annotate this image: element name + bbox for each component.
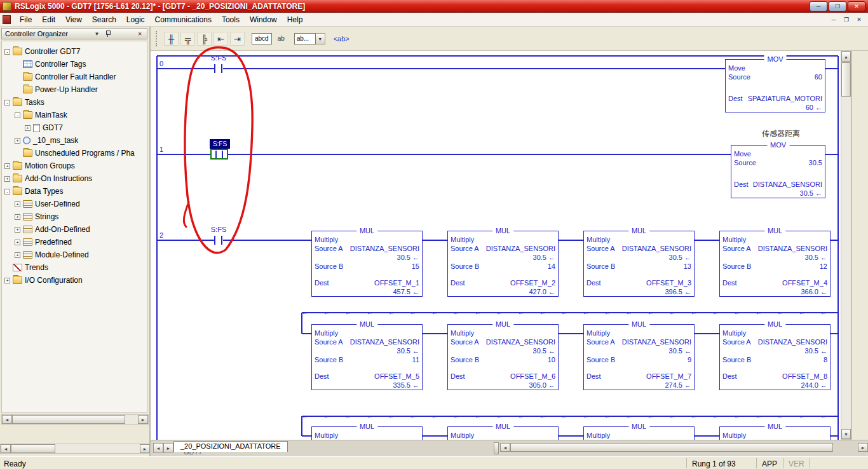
mul-block[interactable]: MULMultiplySource ADISTANZA_SENSORI30.5 … [583,324,695,390]
mul-block[interactable]: MULMultiplySource ADISTANZA_SENSORI30.5 … [719,324,831,390]
tree-item-data-types[interactable]: -Data Types [2,185,147,198]
tree-item-trends[interactable]: Trends [2,261,147,274]
tree-item-user-defined[interactable]: +User-Defined [2,198,147,210]
menu-logic[interactable]: Logic [121,13,150,26]
tree-expander[interactable]: - [4,189,10,194]
source-a-tag[interactable]: DISTANZA_SENSORI [758,244,827,253]
tree-expander[interactable]: + [15,240,20,245]
scrollbar-thumb[interactable] [841,62,851,97]
dest-tag[interactable]: OFFSET_M_5 [374,372,419,381]
mul-block[interactable]: MULMultiplySource ADISTANZA_SENSORI30.5 … [583,231,695,297]
xic-contact[interactable] [222,151,223,158]
source-a-tag[interactable]: DISTANZA_SENSORI [350,244,419,253]
scroll-down-icon[interactable]: ▼ [841,429,851,439]
branch-level-icon[interactable]: ╠ [197,32,212,46]
organizer-h-scrollbar[interactable]: ◄ ► [1,414,149,425]
scrollbar-thumb[interactable] [11,444,55,453]
child-minimize-button[interactable]: ─ [827,15,840,25]
source-b-value[interactable]: 10 [548,355,555,364]
rung-number[interactable]: 0 [159,60,163,67]
tree-item-module-defined[interactable]: +Module-Defined [2,248,147,261]
selected-contact-tag[interactable]: S:FS [210,139,230,149]
xic-contact[interactable] [221,64,222,73]
tree-item-tasks[interactable]: -Tasks [2,96,147,109]
mov-block[interactable]: MOV Move Source 30.5 Dest DISTANZA_SENSO… [731,145,825,198]
ladder-editor[interactable]: 0 1 2 S:FS S:FS S:FS MOV Move Source 60 … [151,51,841,440]
mul-block[interactable]: MULMultiplySource ADISTANZA_SENSORI30.5 … [311,231,423,297]
tree-item-controller-tags[interactable]: Controller Tags [2,58,147,71]
tag-browse-button[interactable]: <ab> [334,35,349,43]
tree-expander[interactable]: - [4,100,10,105]
dest-tag[interactable]: OFFSET_M_4 [782,278,827,287]
source-a-tag[interactable]: DISTANZA_SENSORI [622,337,691,346]
menu-view[interactable]: View [60,13,87,26]
ascii-text-icon[interactable]: ab [274,32,288,46]
new-rung-icon[interactable]: ╫ [164,32,179,46]
tab-20-posizioni-adattatore[interactable]: _20_POSIZIONI_ADATTATORE [173,441,288,452]
toolbar-drag-handle[interactable] [156,31,158,46]
panel-close-icon[interactable]: ✕ [136,31,144,37]
contact-tag-label[interactable]: S:FS [200,226,238,233]
scroll-up-icon[interactable]: ▲ [841,51,851,62]
tree-item-motion-groups[interactable]: +Motion Groups [2,160,147,172]
mul-block[interactable]: MULMultiply [311,426,423,440]
edit-cursor-box[interactable] [210,149,228,160]
export-rung-icon[interactable]: ⇥ [230,32,245,46]
dest-tag[interactable]: OFFSET_M_3 [646,278,691,287]
rung-number[interactable]: 2 [159,231,163,239]
scroll-right-icon[interactable]: ► [140,444,150,453]
scroll-left-icon[interactable]: ◄ [500,443,510,452]
dest-tag[interactable]: DISTANZA_SENSORI [753,180,822,189]
xic-contact[interactable] [215,151,217,158]
tree-item-strings[interactable]: +Strings [2,210,147,223]
tree-expander[interactable]: + [15,227,20,233]
tree-item-controller-gdt7[interactable]: -Controller GDT7 [2,45,147,58]
scrollbar-thumb[interactable] [510,443,833,452]
mul-block[interactable]: MULMultiply [719,426,831,440]
dest-tag[interactable]: OFFSET_M_8 [782,372,827,381]
rung-comment[interactable]: 传感器距离 [740,128,822,139]
mul-block[interactable]: MULMultiplySource ADISTANZA_SENSORI30.5 … [447,231,559,297]
source-a-tag[interactable]: DISTANZA_SENSORI [622,244,691,253]
scroll-right-icon[interactable]: ► [858,443,868,452]
source-b-value[interactable]: 15 [412,262,419,271]
tree-item-10-ms-task[interactable]: +_10_ms_task [2,134,147,147]
dest-tag[interactable]: OFFSET_M_2 [510,278,555,287]
menu-tools[interactable]: Tools [217,13,245,26]
tab-scroll-splitter[interactable] [494,442,499,454]
source-a-tag[interactable]: DISTANZA_SENSORI [486,244,555,253]
contact-tag-label[interactable]: S:FS [200,54,238,62]
tree-item-power-up-handler[interactable]: Power-Up Handler [2,83,147,96]
tab-scroll-right-icon[interactable]: ► [163,443,173,453]
source-b-value[interactable]: 9 [688,355,691,364]
mul-block[interactable]: MULMultiply [447,426,559,440]
source-value[interactable]: 30.5 [809,158,822,167]
tree-expander[interactable]: + [15,252,20,258]
dest-tag[interactable]: OFFSET_M_6 [510,372,555,381]
menu-search[interactable]: Search [87,13,121,26]
mul-block[interactable]: MULMultiplySource ADISTANZA_SENSORI30.5 … [311,324,423,390]
close-button[interactable]: ✕ [848,1,865,11]
xic-contact[interactable] [214,236,215,245]
tree-expander[interactable]: + [15,201,20,207]
source-b-value[interactable]: 14 [548,262,555,271]
tree-expander[interactable]: + [15,138,20,144]
tab-scroll-left-icon[interactable]: ◄ [153,443,163,453]
minimize-button[interactable]: ─ [810,1,827,11]
docked-h-scrollbar[interactable]: ◄ ► [0,444,151,454]
chevron-down-icon[interactable]: ▼ [316,33,325,44]
mul-block[interactable]: MULMultiply [583,426,695,440]
tree-item-i-o-configuration[interactable]: +I/O Configuration [2,274,147,287]
scroll-left-icon[interactable]: ◄ [1,444,11,453]
tree-item-controller-fault-handler[interactable]: Controller Fault Handler [2,71,147,83]
menu-file[interactable]: File [15,13,37,26]
mov-block[interactable]: MOV Move Source 60 Dest SPAZIATURA_MOTOR… [725,59,825,112]
xic-contact[interactable] [214,64,215,73]
tree-expander[interactable]: - [4,49,10,55]
tree-expander[interactable]: + [25,125,31,131]
source-b-value[interactable]: 12 [820,262,827,271]
tree-item-add-on-defined[interactable]: +Add-On-Defined [2,223,147,236]
source-b-value[interactable]: 11 [412,355,419,364]
tree-expander[interactable]: - [15,112,20,118]
source-value[interactable]: 60 [815,72,822,81]
